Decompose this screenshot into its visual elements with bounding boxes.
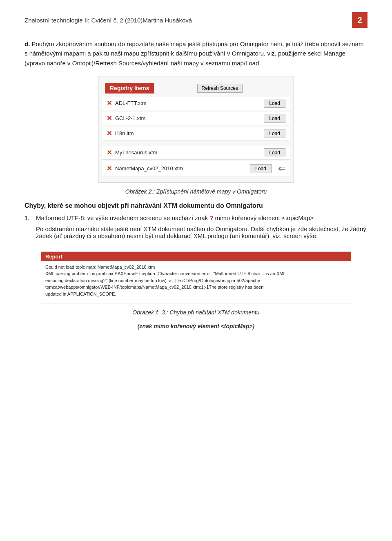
registry-screenshot: Registry Items Refresh Sources ✕ ADL-FTT… [98, 76, 294, 183]
registry-row-3: ✕ i18n.ltm Load [102, 127, 290, 140]
item1-text2: mimo kořenový element <topicMap> [213, 214, 314, 221]
delete-icon-2: ✕ [107, 115, 112, 122]
report-header-label: Report [41, 252, 351, 261]
item1-red-char: ? [209, 214, 213, 221]
item1-para2: Po odstranění otazníku stále ještě není … [36, 225, 368, 239]
paragraph-d-text: Pouhým zkopírováním souboru do repozitář… [24, 40, 363, 67]
paragraph-d: d. Pouhým zkopírováním souboru do repozi… [24, 39, 368, 68]
page-title: Znalostní technologie II: Cvičení č. 2 (… [24, 17, 192, 24]
refresh-sources-button[interactable]: Refresh Sources [197, 84, 243, 93]
item1-content: Malformed UTF-8: ve výše uvedeném screen… [36, 214, 368, 244]
registry-row-1: ✕ ADL-FTT.xtm Load [102, 97, 290, 110]
report-line-1: Could not load topic map: NametMapa_cv02… [45, 264, 347, 271]
caption-1: Obrázek 2.: Zpřístupnění námětové mapy v… [24, 188, 368, 195]
load-button-5[interactable]: Load [250, 164, 272, 173]
section-heading: Chyby, které se mohou objevit při nahráv… [24, 202, 368, 209]
registry-item-name-1: ADL-FTT.xtm [115, 100, 147, 106]
load-button-4[interactable]: Load [264, 148, 285, 157]
load-button-3[interactable]: Load [264, 129, 285, 138]
arrow-icon-5: ⇐ [278, 163, 285, 174]
paragraph-d-label: d. [24, 40, 30, 47]
caption-2: Obrázek č. 3.: Chyba při načítání XTM do… [24, 309, 368, 316]
registry-row-5: ✕ NametMapa_cv02_2010.xtm Load ⇐ [102, 161, 290, 176]
delete-icon-3: ✕ [107, 130, 112, 137]
registry-row-4: ✕ MyThesaurus.xtm Load [102, 146, 290, 160]
report-line-3: encoding declaration missing?" (line num… [45, 277, 347, 284]
delete-icon-4: ✕ [107, 149, 112, 156]
item1-number: 1. [24, 214, 33, 244]
report-line-4: tomcat/webapps/omnigator/WEB-INF/topicma… [45, 284, 347, 291]
load-button-1[interactable]: Load [264, 99, 285, 108]
delete-icon-1: ✕ [107, 100, 112, 107]
report-line-5: updated in APPLICATION_SCOPE. [45, 291, 347, 298]
report-screenshot: Report Could not load topic map: NametMa… [41, 252, 351, 304]
report-content: Could not load topic map: NametMapa_cv02… [41, 261, 351, 299]
registry-item-name-3: i18n.ltm [115, 130, 134, 136]
item1-text1: Malformed UTF-8: ve výše uvedeném screen… [36, 214, 209, 221]
registry-header-label: Registry Items [105, 83, 154, 94]
report-line-2: XML parsing problem: org.xml.sax.SAXPars… [45, 270, 347, 277]
delete-icon-5: ✕ [107, 165, 112, 172]
registry-item-name-2: GCL-2-1.xtm [115, 115, 145, 121]
load-button-2[interactable]: Load [264, 114, 285, 123]
page-number: 2 [352, 12, 368, 28]
numbered-item-1: 1. Malformed UTF-8: ve výše uvedeném scr… [24, 214, 368, 244]
registry-row-2: ✕ GCL-2-1.xtm Load [102, 112, 290, 125]
registry-item-name-5: NametMapa_cv02_2010.xtm [115, 165, 183, 171]
registry-item-name-4: MyThesaurus.xtm [115, 149, 157, 156]
caption-3: (znak mimo kořenový element <topicMap>) [24, 323, 368, 329]
